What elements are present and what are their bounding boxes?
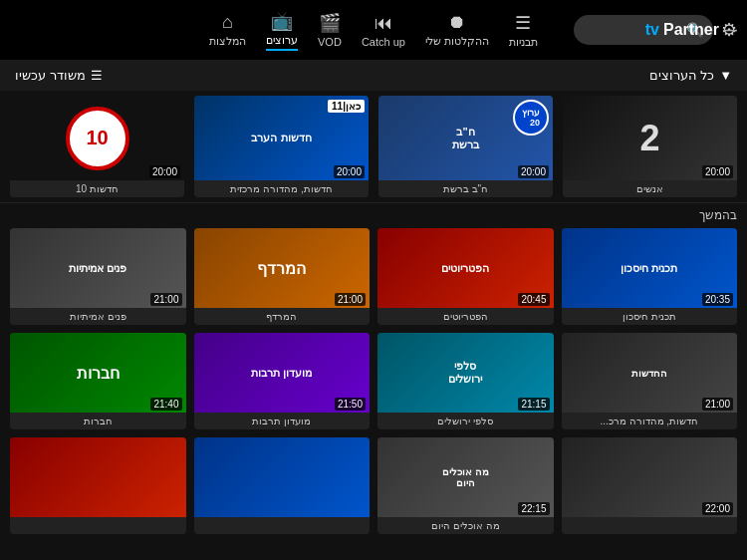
grid-time-patriots: 20:45 [518,293,549,306]
nav-myfav-label: ההקלטות שלי [425,35,489,48]
nav-home-label: המלצות [209,35,246,48]
grid-time-selfiejer: 21:15 [518,398,549,411]
grid-thumb-r3c4 [10,437,186,517]
grid-thumb-savings: תכנית חיסכון 20:35 [562,228,738,308]
nav-guide-label: תבניות [509,36,538,49]
grid-title-r3c3 [194,517,371,523]
recording-icon: ⏺ [448,12,466,33]
section-title-text: כל הערוצים [649,68,715,83]
channel-card-ch20[interactable]: ח"בברשת ערוץ20 20:00 ח"ב ברשת [378,96,553,197]
grid-thumb-news: החדשות 21:00 [562,333,738,413]
grid-section-title: בהמשך [10,208,737,222]
section-header: ▼ כל הערוצים ☰ משודר עכשיו [0,60,747,91]
grid-title-food: מה אוכלים היום [377,517,554,534]
grid-title-culture: מועדון תרבות [194,413,371,429]
ch11-thumb: חדשות הערב כאן|11 20:00 [194,96,369,180]
grid-card-r3c1[interactable]: 22:00 [562,437,738,534]
nav-item-myfav[interactable]: ⏺ ההקלטות שלי [425,12,489,48]
grid-thumb-r3c3 [194,437,371,517]
grid-time-r3c1: 22:00 [702,502,733,515]
grid-thumb-r3c1: 22:00 [562,437,738,517]
ch11-time: 20:00 [334,165,365,178]
channels-icon: 📺 [271,10,293,32]
grid-time-realfaces: 21:00 [150,293,181,306]
channel-card-ch10[interactable]: 10 20:00 חדשות 10 [10,96,184,197]
grid-title-chase: המרדף [194,308,371,325]
ch10-time: 20:00 [149,165,180,178]
grid-title-friends: חברות [10,413,186,429]
ch20-time: 20:00 [518,165,549,178]
nav-item-vod[interactable]: 🎬 VOD [318,12,342,48]
grid-card-r3c4[interactable] [10,437,186,534]
ch2-show-title: אנשים [563,180,737,197]
grid-time-friends: 21:40 [150,398,181,411]
sort-label: משודר עכשיו [15,68,86,83]
grid-card-r3c3[interactable] [194,437,371,534]
nav-channels-label: ערוצים [266,34,298,47]
grid-time-chase: 21:00 [335,293,366,306]
grid-card-selfiejer[interactable]: סלפיירושלים 21:15 סלפי ירושלים [377,333,554,429]
grid-row-1: תכנית חיסכון 20:35 תכנית חיסכון הפטריוטי… [10,228,737,325]
grid-title-selfiejer: סלפי ירושלים [377,413,554,429]
nav-catchup-label: Catch up [362,36,405,48]
grid-row-2: החדשות 21:00 חדשות, מהדורה מרכ... סלפייר… [10,333,737,429]
grid-time-savings: 20:35 [702,293,733,306]
sort-icon: ☰ [91,68,103,83]
grid-section: בהמשך תכנית חיסכון 20:35 תכנית חיסכון הפ… [0,203,747,547]
nav-item-home[interactable]: ⌂ המלצות [209,12,246,48]
grid-row-3: 22:00 מה אוכליםהיום 22:15 מה אוכלים היום [10,437,737,534]
grid-card-friends[interactable]: חברות 21:40 חברות [10,333,186,429]
ch11-show-title: חדשות, מהדורה מרכזית [194,180,369,197]
grid-card-patriots[interactable]: הפטריוטים 20:45 הפטריוטים [377,228,554,325]
nav-vod-label: VOD [318,36,342,48]
nav-item-channels[interactable]: 📺 ערוצים [266,10,298,51]
grid-time-news: 21:00 [702,398,733,411]
channel-card-ch11[interactable]: חדשות הערב כאן|11 20:00 חדשות, מהדורה מר… [194,96,369,197]
grid-time-food: 22:15 [518,502,549,515]
grid-title-news: חדשות, מהדורה מרכ... [562,413,738,429]
grid-title-r3c4 [10,517,186,523]
section-arrow: ▼ [719,68,732,83]
ch2-time: 20:00 [702,165,733,178]
grid-thumb-patriots: הפטריוטים 20:45 [377,228,554,308]
guide-icon: ☰ [515,12,531,34]
grid-title-r3c1 [562,517,738,523]
home-icon: ⌂ [222,12,233,33]
grid-title-realfaces: פנים אמיתיות [10,308,186,325]
grid-thumb-culture: מועדון תרבות 21:50 [194,333,371,413]
ch10-thumb: 10 20:00 [10,96,184,180]
ch20-thumb: ח"בברשת ערוץ20 20:00 [378,96,553,180]
grid-card-realfaces[interactable]: פנים אמיתיות 21:00 פנים אמיתיות [10,228,186,325]
grid-card-food[interactable]: מה אוכליםהיום 22:15 מה אוכלים היום [377,437,554,534]
section-sort[interactable]: ☰ משודר עכשיו [15,68,103,83]
grid-card-chase[interactable]: המרדף 21:00 המרדף [194,228,371,325]
grid-time-culture: 21:50 [335,398,366,411]
top-nav: ⚙ 🔍 ⌂ המלצות 📺 ערוצים 🎬 VOD ⏮ Catch up ⏺… [0,0,747,60]
channels-row: 2 20:00 אנשים ח"בברשת ערוץ20 20:00 ח"ב ב… [0,91,747,203]
grid-card-savings[interactable]: תכנית חיסכון 20:35 תכנית חיסכון [562,228,738,325]
nav-item-guide[interactable]: ☰ תבניות [509,12,538,49]
grid-title-patriots: הפטריוטים [377,308,554,325]
ch2-thumb: 2 20:00 [563,96,737,180]
partner-logo: — Partner tv [645,21,737,39]
grid-thumb-friends: חברות 21:40 [10,333,186,413]
grid-card-culture[interactable]: מועדון תרבות 21:50 מועדון תרבות [194,333,371,429]
ch20-show-title: ח"ב ברשת [378,180,553,197]
grid-thumb-chase: המרדף 21:00 [194,228,371,308]
grid-thumb-food: מה אוכליםהיום 22:15 [377,437,554,517]
grid-thumb-realfaces: פנים אמיתיות 21:00 [10,228,186,308]
vod-icon: 🎬 [319,12,341,34]
grid-title-savings: תכנית חיסכון [562,308,738,325]
catchup-icon: ⏮ [374,13,392,34]
grid-card-news[interactable]: החדשות 21:00 חדשות, מהדורה מרכ... [562,333,738,429]
nav-item-catchup[interactable]: ⏮ Catch up [362,13,405,48]
grid-thumb-selfiejer: סלפיירושלים 21:15 [377,333,554,413]
nav-center: ⌂ המלצות 📺 ערוצים 🎬 VOD ⏮ Catch up ⏺ ההק… [209,10,538,51]
ch10-show-title: חדשות 10 [10,180,184,197]
channel-card-ch2[interactable]: 2 20:00 אנשים [563,96,737,197]
section-title: ▼ כל הערוצים [649,68,733,83]
nav-right: — Partner tv [645,21,737,39]
